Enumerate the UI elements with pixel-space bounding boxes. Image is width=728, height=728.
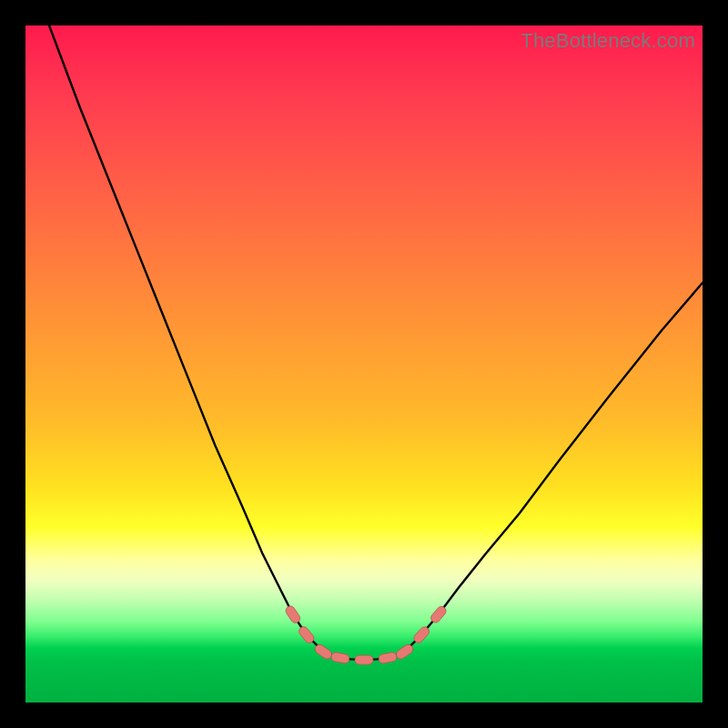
- curve-marker: [284, 604, 301, 624]
- curve-marker: [395, 642, 415, 661]
- curve-marker: [330, 652, 350, 664]
- chart-frame: TheBottleneck.com: [0, 0, 728, 728]
- bottleneck-curve: [49, 25, 703, 660]
- curve-marker: [355, 655, 373, 664]
- curve-marker: [313, 642, 333, 661]
- curve-svg: [25, 25, 703, 703]
- watermark-text: TheBottleneck.com: [521, 29, 695, 53]
- plot-area: TheBottleneck.com: [25, 25, 703, 703]
- curve-marker: [378, 652, 398, 664]
- marker-group: [284, 604, 448, 664]
